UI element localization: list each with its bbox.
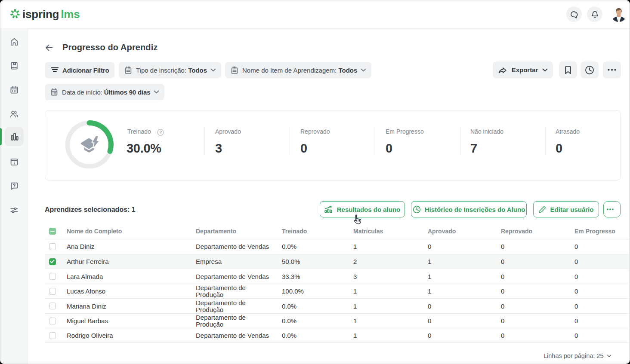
svg-text:?: ? bbox=[159, 130, 162, 135]
